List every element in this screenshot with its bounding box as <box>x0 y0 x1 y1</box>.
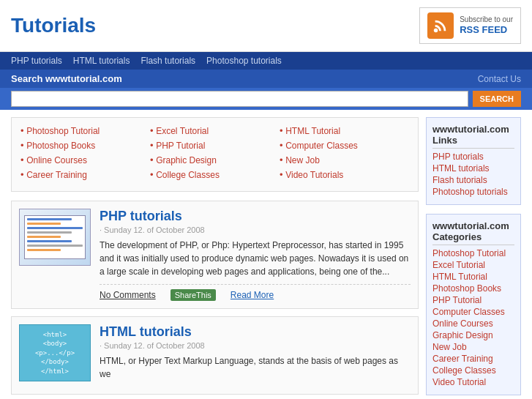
link-computer-classes[interactable]: Computer Classes <box>285 141 358 151</box>
sidebar-links-box: wwwtutorial.com Links PHP tutorials HTML… <box>426 117 521 205</box>
article-php-readmore[interactable]: Read More <box>231 290 274 300</box>
thumb-html-text: <html><body><p>...</p></body></html> <box>35 330 75 376</box>
nav-bar: PHP tutorials HTML tutorials Flash tutor… <box>0 52 532 70</box>
main-layout: Photoshop Tutorial Photoshop Books Onlin… <box>0 110 532 399</box>
search-button[interactable]: SEARCH <box>473 91 521 107</box>
sidebar-links-title: wwwtutorial.com Links <box>432 124 514 149</box>
sidebar-cat-html-tutorial[interactable]: HTML Tutorial <box>432 272 514 282</box>
code-line-7 <box>27 245 83 247</box>
sidebar-link-photoshop[interactable]: Photoshop tutorials <box>432 187 514 197</box>
link-new-job[interactable]: New Job <box>285 155 320 165</box>
links-box: Photoshop Tutorial Photoshop Books Onlin… <box>11 117 419 192</box>
sidebar-cats-title: wwwtutorial.com Categories <box>432 220 514 245</box>
code-line-8 <box>27 249 61 251</box>
links-col2: Excel Tutorial PHP Tutorial Graphic Desi… <box>150 125 280 184</box>
article-php-text: The development of PHP, or Php: Hypertex… <box>100 239 411 278</box>
search-bar: Search wwwtutorial.com Contact Us <box>0 70 532 88</box>
link-video-tutorials[interactable]: Video Tutorials <box>285 170 343 180</box>
code-line-5 <box>27 236 61 238</box>
code-line-4 <box>27 231 72 234</box>
sidebar-cat-career-training[interactable]: Career Training <box>432 354 514 364</box>
article-html: <html><body><p>...</p></body></html> HTM… <box>11 316 419 395</box>
rss-box[interactable]: Subscribe to our RSS FEED <box>419 7 521 44</box>
content-area: Photoshop Tutorial Photoshop Books Onlin… <box>11 117 419 399</box>
search-row: SEARCH <box>0 88 532 110</box>
rss-svg <box>432 18 449 34</box>
sidebar-link-html[interactable]: HTML tutorials <box>432 163 514 174</box>
sidebar: wwwtutorial.com Links PHP tutorials HTML… <box>426 117 521 399</box>
article-html-title[interactable]: HTML tutorials <box>100 324 411 340</box>
nav-photoshop[interactable]: Photoshop tutorials <box>206 56 282 66</box>
nav-html[interactable]: HTML tutorials <box>73 56 130 66</box>
article-html-body: HTML tutorials · Sunday 12. of October 2… <box>100 324 411 387</box>
article-php-footer: No Comments ShareThis Read More <box>100 284 411 301</box>
code-line-3 <box>27 227 83 229</box>
article-php-comments[interactable]: No Comments <box>100 290 156 300</box>
link-online-courses[interactable]: Online Courses <box>26 155 87 165</box>
sidebar-cat-php-tutorial[interactable]: PHP Tutorial <box>432 295 514 305</box>
sidebar-cats-box: wwwtutorial.com Categories Photoshop Tut… <box>426 214 521 395</box>
sidebar-cat-excel-tutorial[interactable]: Excel Tutorial <box>432 260 514 270</box>
article-html-date: · Sunday 12. of October 2008 <box>100 341 411 350</box>
page-header: Tutorials Subscribe to our RSS FEED <box>0 0 532 52</box>
search-input[interactable] <box>11 91 468 107</box>
link-photoshop-books[interactable]: Photoshop Books <box>26 141 95 151</box>
sidebar-cat-graphic-design[interactable]: Graphic Design <box>432 330 514 340</box>
thumb-inner <box>27 218 83 256</box>
rss-feed-label: RSS FEED <box>460 24 513 37</box>
search-label: Search wwwtutorial.com <box>11 73 122 84</box>
link-php-tutorial[interactable]: PHP Tutorial <box>156 141 205 151</box>
sidebar-link-flash[interactable]: Flash tutorials <box>432 175 514 185</box>
sidebar-cat-video-tutorial[interactable]: Video Tutorial <box>432 377 514 387</box>
rss-text: Subscribe to our RSS FEED <box>460 15 513 37</box>
article-html-text: HTML, or Hyper Text Markup Language, sta… <box>100 354 411 381</box>
contact-link[interactable]: Contact Us <box>478 74 521 84</box>
sidebar-cat-college-classes[interactable]: College Classes <box>432 365 514 376</box>
code-line-2 <box>27 223 61 225</box>
article-php: PHP tutorials · Sunday 12. of October 20… <box>11 201 419 309</box>
sidebar-link-php[interactable]: PHP tutorials <box>432 152 514 162</box>
article-php-title[interactable]: PHP tutorials <box>100 209 411 224</box>
svg-point-0 <box>434 29 438 32</box>
sidebar-cat-new-job[interactable]: New Job <box>432 342 514 352</box>
nav-flash[interactable]: Flash tutorials <box>141 56 195 66</box>
article-php-body: PHP tutorials · Sunday 12. of October 20… <box>100 209 411 301</box>
site-title: Tutorials <box>11 14 96 37</box>
link-html-tutorial[interactable]: HTML Tutorial <box>285 126 340 136</box>
article-thumb-html: <html><body><p>...</p></body></html> <box>19 324 91 381</box>
sidebar-cat-computer-classes[interactable]: Computer Classes <box>432 307 514 317</box>
links-col1: Photoshop Tutorial Photoshop Books Onlin… <box>20 125 150 184</box>
article-thumb-php <box>19 209 91 266</box>
article-php-share[interactable]: ShareThis <box>171 289 216 301</box>
link-career-training[interactable]: Career Training <box>26 170 87 180</box>
link-college-classes[interactable]: College Classes <box>156 170 220 180</box>
code-line-1 <box>27 218 72 220</box>
rss-icon <box>427 12 454 39</box>
link-excel-tutorial[interactable]: Excel Tutorial <box>156 126 209 136</box>
sidebar-cat-online-courses[interactable]: Online Courses <box>432 318 514 329</box>
links-grid: Photoshop Tutorial Photoshop Books Onlin… <box>20 125 409 184</box>
rss-subscribe-text: Subscribe to our <box>460 15 513 23</box>
sidebar-cat-photoshop-books[interactable]: Photoshop Books <box>432 283 514 294</box>
article-php-date: · Sunday 12. of October 2008 <box>100 225 411 234</box>
sidebar-cat-photoshop-tutorial[interactable]: Photoshop Tutorial <box>432 248 514 258</box>
link-graphic-design[interactable]: Graphic Design <box>156 155 217 165</box>
code-line-6 <box>27 240 72 242</box>
links-col3: HTML Tutorial Computer Classes New Job V… <box>280 125 409 184</box>
link-photoshop-tutorial[interactable]: Photoshop Tutorial <box>26 126 100 136</box>
nav-php[interactable]: PHP tutorials <box>11 56 62 66</box>
